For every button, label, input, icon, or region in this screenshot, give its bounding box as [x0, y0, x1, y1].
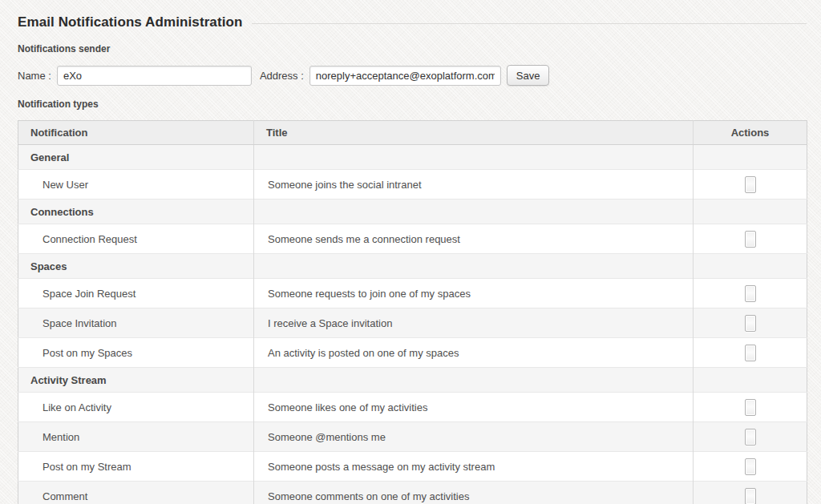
notification-name: New User [18, 170, 254, 200]
category-title-cell [254, 145, 694, 170]
notification-name: Connection Request [18, 224, 254, 254]
types-section-heading: Notification types [18, 99, 807, 110]
category-row: General [18, 145, 807, 170]
column-header-notification: Notification [18, 121, 254, 145]
notification-actions-cell [694, 279, 807, 308]
notification-actions-cell [694, 170, 807, 200]
sender-section-heading: Notifications sender [18, 43, 807, 54]
notification-actions-cell [694, 393, 807, 422]
sender-form: Name : Address : Save [18, 65, 807, 86]
category-label: Activity Stream [18, 368, 254, 393]
notification-title: Someone comments on one of my activities [254, 482, 694, 504]
notification-name: Post on my Spaces [18, 338, 254, 368]
notification-table-body: GeneralNew UserSomeone joins the social … [18, 145, 807, 504]
notification-action-checkbox[interactable] [745, 399, 756, 416]
title-divider [252, 23, 807, 24]
notification-title: Someone likes one of my activities [254, 393, 694, 422]
category-row: Spaces [18, 254, 807, 279]
notification-row: Space Join RequestSomeone requests to jo… [18, 279, 807, 308]
notification-action-checkbox[interactable] [745, 176, 756, 193]
notification-actions-cell [694, 338, 807, 368]
notification-action-checkbox[interactable] [745, 231, 756, 248]
notification-action-checkbox[interactable] [745, 458, 756, 475]
category-label: Spaces [18, 254, 254, 279]
notification-actions-cell [694, 482, 807, 504]
notification-title: Someone requests to join one of my space… [254, 279, 694, 308]
notification-action-checkbox[interactable] [745, 429, 756, 446]
notification-row: Post on my SpacesAn activity is posted o… [18, 338, 807, 368]
notification-name: Space Invitation [18, 308, 254, 338]
category-row: Activity Stream [18, 368, 807, 393]
notification-name: Post on my Stream [18, 452, 254, 482]
notification-title: Someone joins the social intranet [254, 170, 694, 200]
email-notifications-admin-page: Email Notifications Administration Notif… [0, 0, 821, 504]
notification-title: An activity is posted on one of my space… [254, 338, 694, 368]
notification-types-table: Notification Title Actions GeneralNew Us… [18, 120, 807, 504]
notification-title: Someone sends me a connection request [254, 224, 694, 254]
notification-name: Space Join Request [18, 279, 254, 308]
notification-actions-cell [694, 422, 807, 452]
name-label: Name : [18, 70, 51, 82]
notification-actions-cell [694, 452, 807, 482]
category-actions-cell [694, 145, 807, 170]
notification-title: I receive a Space invitation [254, 308, 694, 338]
save-button[interactable]: Save [507, 65, 550, 86]
name-input[interactable] [57, 66, 252, 86]
notification-row: Connection RequestSomeone sends me a con… [18, 224, 807, 254]
column-header-title: Title [254, 121, 694, 145]
category-actions-cell [694, 200, 807, 224]
table-header-row: Notification Title Actions [18, 121, 807, 145]
page-header: Email Notifications Administration [18, 14, 807, 30]
notification-name: Comment [18, 482, 254, 504]
notification-title: Someone posts a message on my activity s… [254, 452, 694, 482]
notification-actions-cell [694, 308, 807, 338]
notification-action-checkbox[interactable] [745, 345, 756, 361]
category-title-cell [254, 368, 694, 393]
category-title-cell [254, 254, 694, 279]
notification-name: Mention [18, 422, 254, 452]
category-title-cell [254, 200, 694, 224]
address-input[interactable] [309, 66, 501, 86]
category-actions-cell [694, 368, 807, 393]
notification-action-checkbox[interactable] [745, 488, 756, 504]
notification-row: CommentSomeone comments on one of my act… [18, 482, 807, 504]
notification-row: Space InvitationI receive a Space invita… [18, 308, 807, 338]
category-label: General [18, 145, 254, 170]
notification-action-checkbox[interactable] [745, 315, 756, 332]
notification-row: MentionSomeone @mentions me [18, 422, 807, 452]
notification-name: Like on Activity [18, 393, 254, 422]
notification-row: New UserSomeone joins the social intrane… [18, 170, 807, 200]
notification-action-checkbox[interactable] [745, 285, 756, 302]
page-title: Email Notifications Administration [18, 14, 242, 30]
category-row: Connections [18, 200, 807, 224]
notification-row: Like on ActivitySomeone likes one of my … [18, 393, 807, 422]
notification-title: Someone @mentions me [254, 422, 694, 452]
address-label: Address : [260, 70, 304, 82]
category-actions-cell [694, 254, 807, 279]
column-header-actions: Actions [694, 121, 807, 145]
notification-actions-cell [694, 224, 807, 254]
category-label: Connections [18, 200, 254, 224]
notification-row: Post on my StreamSomeone posts a message… [18, 452, 807, 482]
